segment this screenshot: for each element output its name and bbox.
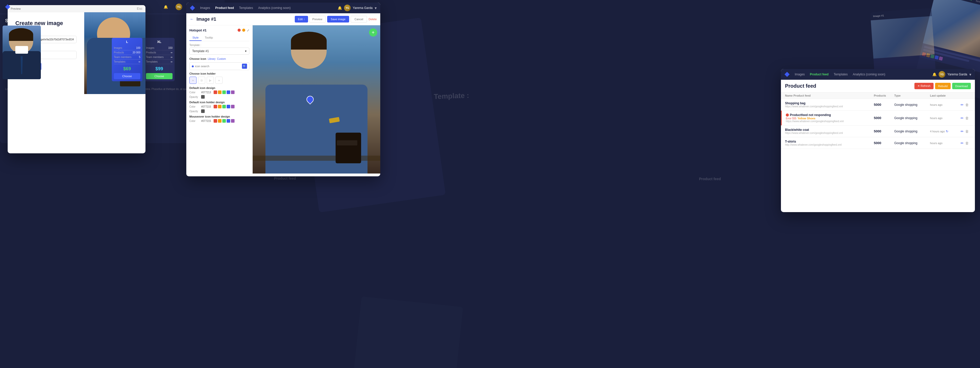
plan-xl-choose-btn[interactable]: Choose <box>146 73 172 79</box>
editor-title-bar: ← Image #1 Edit ↑ Preview Save image Can… <box>186 13 380 25</box>
editor-username: Yarema Garda <box>353 6 372 10</box>
plan-xl-name: XL <box>146 40 172 44</box>
swatch-purple[interactable] <box>231 90 234 94</box>
hover-swatch-orange[interactable] <box>218 119 221 123</box>
rebuild-btn[interactable]: Rebuild <box>935 83 951 89</box>
bg-product-feed-label-1: Product feed <box>274 176 296 181</box>
feed-type-4: Google shopping <box>894 141 930 145</box>
hover-swatch-red[interactable] <box>213 119 217 123</box>
feed-actions-4: ✏ 🗑 <box>961 141 971 145</box>
feed-del-btn-3[interactable]: 🗑 <box>965 129 969 133</box>
close-label[interactable]: Esc <box>137 6 142 11</box>
feed-del-btn-1[interactable]: 🗑 <box>965 103 969 107</box>
error-indicator <box>786 114 789 117</box>
icon-search-button[interactable]: 🔍 <box>242 64 247 69</box>
holder-color-value: #077215 <box>201 105 211 108</box>
dot-yellow[interactable] <box>242 29 245 32</box>
preview-mode-btn[interactable]: Preview <box>309 16 326 22</box>
editor-body: Hotspot #1 ⤢ Style Tooltip Template : Te… <box>186 25 380 173</box>
pf-chevron-icon[interactable]: ▾ <box>969 72 971 77</box>
holder-swatch-purple[interactable] <box>231 105 234 108</box>
editor-bell-icon[interactable]: 🔔 <box>338 6 342 10</box>
feed-row-black-white-coat: Black/white coat https://www.whatever.co… <box>781 125 975 137</box>
plan-l-price: $69 <box>114 66 140 72</box>
icon-opacity-swatch[interactable] <box>201 95 205 99</box>
holder-triangle-opt[interactable]: ▷ <box>207 77 214 84</box>
cancel-btn[interactable]: Cancel <box>351 16 367 22</box>
col-type-header: Type <box>894 94 930 97</box>
holder-swatch-green[interactable] <box>222 105 226 108</box>
swatch-green[interactable] <box>222 90 226 94</box>
style-tab-btn[interactable]: Style <box>189 35 202 41</box>
col-actions-header <box>961 94 971 97</box>
holder-none-opt[interactable]: ○ <box>215 77 223 84</box>
holder-swatch-red[interactable] <box>213 105 217 108</box>
pf-nav-product-feed[interactable]: Product feed <box>810 73 829 76</box>
plan-xl: XL Images150 Products∞ Team members∞ Tem… <box>144 38 175 81</box>
swatch-orange[interactable] <box>218 90 221 94</box>
hover-swatch-blue[interactable] <box>227 119 230 123</box>
holder-swatch-orange[interactable] <box>218 105 221 108</box>
plan-l-choose-btn[interactable]: Choose <box>114 73 140 79</box>
bg-product-feed-label-2: Product feed <box>699 177 721 181</box>
feed-edit-btn-2[interactable]: ✏ <box>961 116 964 120</box>
refresh-btn[interactable]: ✕ Refresh <box>915 83 934 89</box>
dot-red[interactable] <box>238 29 241 32</box>
person-photo-container: John Snow <box>3 26 43 85</box>
delete-btn[interactable]: Delete <box>369 16 377 22</box>
holder-swatch-blue[interactable] <box>227 105 230 108</box>
feed-edit-btn-3[interactable]: ✏ <box>961 129 964 133</box>
nav-bell-icon[interactable]: 🔔 <box>164 5 168 9</box>
edit-mode-btn[interactable]: Edit ↑ <box>295 16 308 22</box>
pf-nav-analytics[interactable]: Analytics (coming soon) <box>853 73 885 76</box>
editor-nav-images[interactable]: Images <box>200 6 210 10</box>
editor-nav-analytics[interactable]: Analytics (coming soon) <box>258 6 290 10</box>
save-image-btn[interactable]: Save image <box>327 16 349 22</box>
template-selector[interactable]: Template #1 ▾ <box>189 48 249 55</box>
hotspot-header: Hotspot #1 ⤢ <box>189 28 249 32</box>
icon-color-value: #077213 <box>201 91 211 94</box>
editor-nav-templates[interactable]: Templates <box>239 6 253 10</box>
plan-l: L Images100 Products20 000 Team members5… <box>112 38 142 81</box>
download-btn[interactable]: Download <box>952 83 971 89</box>
add-hotspot-btn[interactable]: + <box>369 28 377 37</box>
custom-tab-btn[interactable]: Custom <box>217 58 226 60</box>
person-name-label: John Snow <box>3 79 43 85</box>
editor-nav-product-feed[interactable]: Product feed <box>215 6 234 10</box>
library-tab-btn[interactable]: Library <box>208 58 216 60</box>
swatch-blue[interactable] <box>227 90 230 94</box>
feed-products-3: 5000 <box>874 129 894 133</box>
feed-products-2: 5000 <box>874 116 894 120</box>
template-chevron-icon: ▾ <box>245 49 247 53</box>
template-value: Template #1 <box>192 49 209 53</box>
holder-opacity-label: Opacity <box>189 110 200 113</box>
swatch-red[interactable] <box>213 90 217 94</box>
feed-actions-2: ✏ 🗑 <box>961 116 971 120</box>
feed-edit-btn-1[interactable]: ✏ <box>961 103 964 107</box>
icon-search-input[interactable] <box>195 65 242 68</box>
holder-circle-opt[interactable]: ○ <box>189 77 197 84</box>
holder-square-opt[interactable]: □ <box>198 77 205 84</box>
feed-actions-1: ✏ 🗑 <box>961 103 971 107</box>
pf-nav-images[interactable]: Images <box>795 73 805 76</box>
tooltip-tab-btn[interactable]: Tooltip <box>202 35 216 41</box>
choose-holder-label: Choose icon holder <box>189 72 249 75</box>
feed-del-btn-2[interactable]: 🗑 <box>965 116 969 120</box>
feed-edit-btn-4[interactable]: ✏ <box>961 141 964 145</box>
expand-icon[interactable]: ⤢ <box>247 29 249 32</box>
feed-name-tshirts: T-shirts http://www.whatever.com/googles… <box>785 140 874 146</box>
preview-label: Preview <box>11 7 21 10</box>
pf-bell-icon[interactable]: 🔔 <box>932 72 937 77</box>
back-arrow-icon[interactable]: ← <box>190 17 194 21</box>
feed-actions-3: ✏ 🗑 <box>961 129 971 133</box>
feed-del-btn-4[interactable]: 🗑 <box>965 141 969 145</box>
icon-color-label: Color <box>189 91 200 94</box>
editor-chevron-icon[interactable]: ▾ <box>375 6 377 11</box>
hover-swatch-green[interactable] <box>222 119 226 123</box>
hover-swatch-purple[interactable] <box>231 119 234 123</box>
choose-icon-row: Choose icon Library Custom <box>189 57 249 60</box>
col-products-header: Products <box>874 94 894 97</box>
pf-nav-templates[interactable]: Templates <box>834 73 848 76</box>
holder-opacity-swatch[interactable] <box>201 109 205 113</box>
feed-updated-4: hours ago <box>930 142 961 145</box>
